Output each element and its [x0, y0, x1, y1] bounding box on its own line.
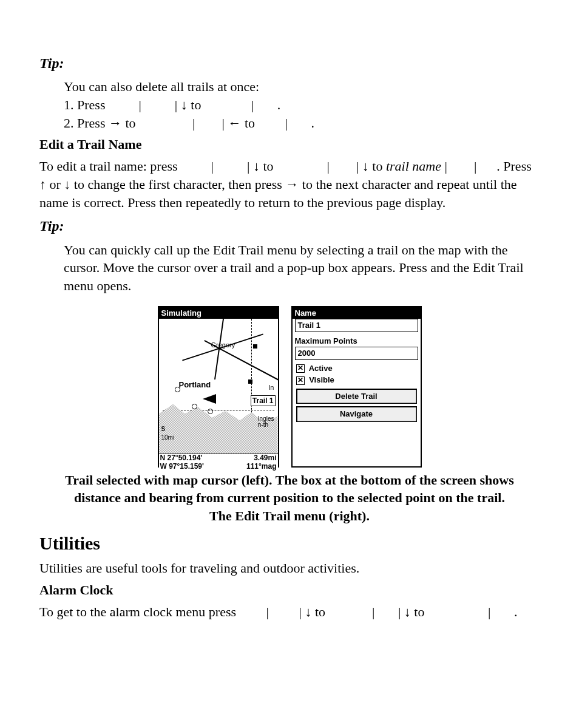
text: to change the first character, then pres…: [74, 177, 286, 192]
text: S: [161, 426, 166, 432]
map-point-icon: [208, 409, 213, 414]
text: to: [414, 604, 424, 619]
name-input[interactable]: Trail 1: [295, 319, 418, 332]
alarm-clock-heading: Alarm Clock: [39, 581, 540, 599]
separator: |: [488, 604, 490, 619]
down-arrow-icon: ↓: [305, 604, 311, 619]
map-label-portland: Portland: [178, 379, 212, 390]
separator: |: [192, 115, 195, 131]
separator: |: [398, 604, 401, 619]
text: n-th: [258, 421, 268, 428]
separator: |: [247, 158, 249, 174]
tip1-body: You can also delete all trails at once: …: [64, 78, 540, 132]
down-arrow-icon: ↓: [64, 177, 70, 192]
right-arrow-icon: →: [285, 177, 299, 192]
text: to: [263, 158, 273, 174]
text: to: [372, 158, 386, 174]
bearing-value: 111°mag: [246, 463, 277, 471]
coord-w: W 97°15.159': [160, 463, 204, 471]
tip1-step2: 2. Press → to | | ← to | .: [64, 114, 540, 132]
map-scale: S 10mi: [161, 425, 175, 441]
map-label-in: In: [268, 383, 274, 392]
active-checkbox[interactable]: Active: [293, 362, 421, 375]
separator: |: [474, 158, 476, 174]
map-label-gregory: Gregory: [211, 341, 235, 350]
separator: |: [251, 97, 254, 112]
figure-row: Simulating Gregory Portland In Ingles n-…: [39, 306, 540, 468]
edit-trail-menu-screenshot: Name Trail 1 Maximum Points 2000 Active …: [291, 306, 422, 468]
text: to: [125, 115, 135, 131]
visible-checkbox[interactable]: Visible: [293, 374, 421, 386]
tip1-intro: You can also delete all trails at once:: [64, 78, 540, 96]
navigate-button[interactable]: Navigate: [296, 406, 417, 422]
text: to: [191, 97, 201, 112]
down-arrow-icon: ↓: [404, 604, 411, 619]
separator: |: [372, 604, 374, 619]
tip-heading-1: Tip:: [39, 53, 540, 73]
down-arrow-icon: ↓: [253, 158, 260, 174]
alarm-clock-body: To get to the alarm clock menu press | |…: [39, 603, 540, 621]
text: to: [315, 604, 325, 619]
checkbox-icon: [296, 376, 305, 385]
checkbox-label: Visible: [309, 375, 334, 384]
map-marker-icon: [253, 344, 257, 349]
map-marker-icon: [248, 379, 252, 384]
max-points-label: Maximum Points: [293, 335, 421, 347]
separator: |: [222, 115, 224, 131]
text: 2. Press: [64, 115, 109, 131]
separator: |: [327, 158, 330, 174]
figure-caption: Trail selected with map cursor (left). T…: [64, 471, 515, 525]
text: .: [277, 97, 281, 112]
max-points-input[interactable]: 2000: [295, 347, 418, 360]
map-screenshot: Simulating Gregory Portland In Ingles n-…: [158, 306, 279, 468]
edit-trail-heading: Edit a Trail Name: [39, 135, 540, 154]
separator: |: [356, 158, 359, 174]
text: .: [311, 115, 314, 131]
separator: |: [175, 97, 177, 112]
separator: |: [138, 97, 141, 112]
text: to: [245, 115, 255, 131]
text: To edit a trail name: press: [39, 158, 178, 174]
map-label-ingles: Ingles n-th: [258, 416, 274, 428]
tip2-body: You can quickly call up the Edit Trail m…: [64, 241, 540, 295]
coord-n: N 27°50.194': [160, 454, 204, 463]
text: . Press: [496, 158, 531, 174]
tip-heading-2: Tip:: [39, 216, 540, 236]
map-area: Gregory Portland In Ingles n-th Trail 1 …: [159, 319, 278, 454]
trail-pointer-icon: [203, 394, 216, 404]
distance-value: 3.49mi: [246, 454, 277, 463]
separator: |: [285, 115, 288, 131]
coord-bar: N 27°50.194' W 97°15.159' 3.49mi 111°mag: [159, 454, 278, 471]
text: To get to the alarm clock menu press: [39, 604, 236, 619]
trail-name-placeholder: trail name: [386, 158, 441, 174]
checkbox-icon: [296, 364, 305, 373]
text: .: [514, 604, 518, 619]
text: 1. Press: [64, 97, 105, 112]
sim-header: Simulating: [159, 307, 278, 319]
separator: |: [445, 158, 447, 174]
separator: |: [266, 604, 269, 619]
utilities-intro: Utilities are useful tools for traveling…: [39, 559, 540, 577]
text: or: [50, 177, 64, 192]
down-arrow-icon: ↓: [362, 158, 369, 174]
left-arrow-icon: ←: [228, 115, 241, 131]
utilities-heading: Utilities: [39, 531, 540, 556]
separator: |: [211, 158, 214, 174]
up-arrow-icon: ↑: [39, 177, 46, 192]
down-arrow-icon: ↓: [181, 97, 188, 112]
tip1-step1: 1. Press | | ↓ to | .: [64, 96, 540, 114]
text: 10mi: [161, 434, 175, 441]
edit-trail-body: To edit a trail name: press | | ↓ to | |…: [39, 157, 540, 211]
separator: |: [299, 604, 302, 619]
delete-trail-button[interactable]: Delete Trail: [296, 389, 417, 404]
right-arrow-icon: →: [109, 115, 122, 131]
checkbox-label: Active: [309, 364, 333, 373]
map-point-icon: [192, 404, 197, 409]
name-label: Name: [293, 307, 421, 319]
trail-popup: Trail 1: [251, 395, 276, 406]
map-point-icon: [175, 387, 180, 392]
